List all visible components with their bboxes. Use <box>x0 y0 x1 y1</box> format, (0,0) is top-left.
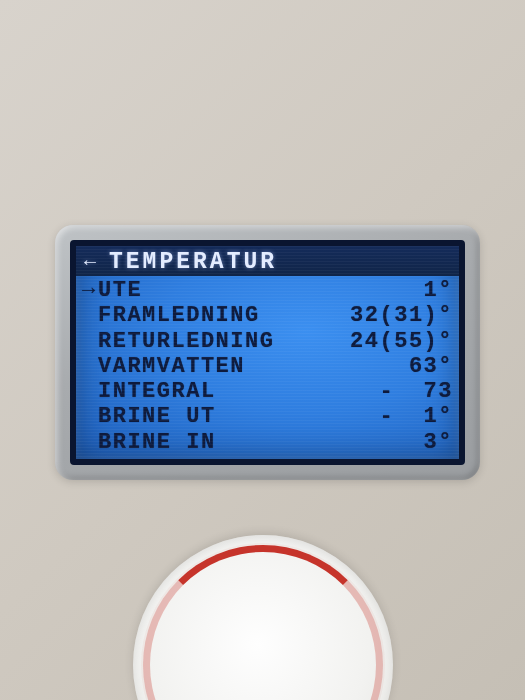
lcd-screen: ← TEMPERATUR → UTE 1° FRAMLEDNING 32(31)… <box>70 240 465 465</box>
reading-row[interactable]: BRINE UT - 1° <box>82 404 453 429</box>
cursor-icon: → <box>82 278 98 303</box>
reading-row[interactable]: INTEGRAL - 73 <box>82 379 453 404</box>
reading-label: FRAMLEDNING <box>98 303 260 328</box>
reading-value: - 73 <box>216 379 453 404</box>
reading-label: UTE <box>98 278 142 303</box>
cursor-placeholder <box>82 303 98 328</box>
reading-label: INTEGRAL <box>98 379 216 404</box>
reading-label: VARMVATTEN <box>98 354 245 379</box>
readings-list: → UTE 1° FRAMLEDNING 32(31)° RETURLEDNIN… <box>76 276 459 457</box>
control-dial[interactable] <box>133 535 393 700</box>
reading-label: BRINE UT <box>98 404 216 429</box>
reading-value: 24(55)° <box>274 329 453 354</box>
back-arrow-icon[interactable]: ← <box>84 251 99 274</box>
reading-value: - 1° <box>216 404 453 429</box>
cursor-placeholder <box>82 430 98 455</box>
reading-value: 1° <box>142 278 453 303</box>
screen-title: TEMPERATUR <box>109 249 277 275</box>
reading-row[interactable]: RETURLEDNING 24(55)° <box>82 329 453 354</box>
reading-label: BRINE IN <box>98 430 216 455</box>
reading-row[interactable]: FRAMLEDNING 32(31)° <box>82 303 453 328</box>
cursor-placeholder <box>82 379 98 404</box>
reading-value: 63° <box>245 354 453 379</box>
reading-row[interactable]: VARMVATTEN 63° <box>82 354 453 379</box>
reading-value: 3° <box>216 430 453 455</box>
reading-row[interactable]: BRINE IN 3° <box>82 430 453 455</box>
cursor-placeholder <box>82 354 98 379</box>
screen-header: ← TEMPERATUR <box>76 246 459 276</box>
reading-label: RETURLEDNING <box>98 329 274 354</box>
reading-value: 32(31)° <box>260 303 453 328</box>
cursor-placeholder <box>82 404 98 429</box>
reading-row[interactable]: → UTE 1° <box>82 278 453 303</box>
display-bezel: ← TEMPERATUR → UTE 1° FRAMLEDNING 32(31)… <box>55 225 480 480</box>
cursor-placeholder <box>82 329 98 354</box>
